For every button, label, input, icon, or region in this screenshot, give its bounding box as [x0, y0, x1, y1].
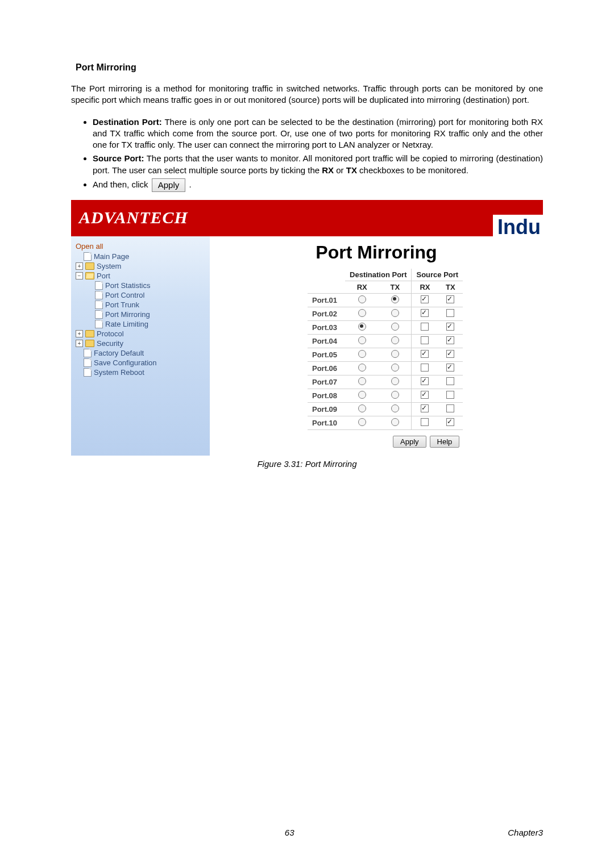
- rx-bold: RX: [322, 165, 334, 175]
- table-row: Port.05: [308, 348, 463, 362]
- port-label: Port.02: [308, 307, 345, 321]
- src-tx-cell: [438, 375, 463, 389]
- radio-input[interactable]: [391, 336, 399, 344]
- radio-input[interactable]: [391, 295, 399, 303]
- radio-input[interactable]: [391, 364, 399, 372]
- radio-input[interactable]: [358, 336, 366, 344]
- col-src-rx: RX: [412, 281, 438, 294]
- help-button[interactable]: Help: [430, 436, 460, 448]
- tree-system[interactable]: + System: [76, 261, 206, 271]
- checkbox-input[interactable]: [446, 309, 454, 317]
- bullet-source-port: Source Port: The ports that the user wan…: [93, 153, 543, 176]
- checkbox-input[interactable]: [421, 404, 429, 412]
- page-icon: [95, 281, 103, 290]
- src-tx-cell: [438, 389, 463, 403]
- apply-button[interactable]: Apply: [393, 436, 426, 448]
- tree-label: Port Control: [105, 291, 144, 299]
- checkbox-input[interactable]: [446, 391, 454, 399]
- radio-input[interactable]: [358, 418, 366, 426]
- expand-icon[interactable]: +: [76, 262, 83, 270]
- checkbox-input[interactable]: [446, 295, 454, 303]
- checkbox-input[interactable]: [421, 336, 429, 344]
- src-tx-cell: [438, 294, 463, 307]
- radio-input[interactable]: [391, 309, 399, 317]
- radio-input[interactable]: [358, 377, 366, 385]
- tree-label: Save Configuration: [94, 358, 157, 367]
- expand-icon[interactable]: +: [76, 340, 83, 347]
- radio-input[interactable]: [391, 350, 399, 358]
- checkbox-input[interactable]: [446, 336, 454, 344]
- tree-factory-default[interactable]: Factory Default: [76, 348, 206, 358]
- checkbox-input[interactable]: [421, 364, 429, 372]
- radio-input[interactable]: [358, 404, 366, 412]
- bullet-text: .: [186, 180, 191, 189]
- tree-port-child[interactable]: Port Trunk: [76, 300, 206, 310]
- checkbox-input[interactable]: [446, 418, 454, 426]
- src-rx-cell: [412, 335, 438, 348]
- tree-label: Protocol: [97, 329, 124, 338]
- src-rx-cell: [412, 362, 438, 375]
- radio-input[interactable]: [358, 323, 366, 331]
- dest-rx-cell: [345, 307, 379, 321]
- src-tx-cell: [438, 348, 463, 362]
- dest-tx-cell: [379, 321, 412, 335]
- brand-logo: ADVANTECH: [79, 208, 188, 227]
- tree-port-child[interactable]: Port Control: [76, 290, 206, 300]
- src-tx-cell: [438, 416, 463, 430]
- dest-rx-cell: [345, 294, 379, 307]
- tree-port-child[interactable]: Port Statistics: [76, 281, 206, 290]
- page-icon: [95, 310, 103, 319]
- table-row: Port.10: [308, 416, 463, 430]
- dest-tx-cell: [379, 348, 412, 362]
- tree-port-child[interactable]: Rate Limiting: [76, 319, 206, 329]
- tree-port-child[interactable]: Port Mirroring: [76, 310, 206, 319]
- dest-rx-cell: [345, 362, 379, 375]
- tree-label: Port Mirroring: [105, 310, 150, 319]
- radio-input[interactable]: [358, 309, 366, 317]
- tree-save-configuration[interactable]: Save Configuration: [76, 358, 206, 368]
- tree-label: Factory Default: [94, 349, 144, 357]
- radio-input[interactable]: [358, 364, 366, 372]
- page-icon: [84, 368, 92, 377]
- checkbox-input[interactable]: [446, 323, 454, 331]
- port-label: Port.09: [308, 403, 345, 416]
- tree-port[interactable]: − Port: [76, 271, 206, 281]
- radio-input[interactable]: [391, 377, 399, 385]
- radio-input[interactable]: [358, 391, 366, 399]
- col-dest-tx: TX: [379, 281, 412, 294]
- checkbox-input[interactable]: [421, 391, 429, 399]
- tree-system-reboot[interactable]: System Reboot: [76, 368, 206, 377]
- checkbox-input[interactable]: [421, 309, 429, 317]
- nav-sidebar: Open all Main Page + System − Port Port …: [71, 236, 210, 456]
- src-tx-cell: [438, 362, 463, 375]
- src-rx-cell: [412, 375, 438, 389]
- checkbox-input[interactable]: [446, 377, 454, 385]
- checkbox-input[interactable]: [421, 323, 429, 331]
- table-row: Port.07: [308, 375, 463, 389]
- radio-input[interactable]: [391, 323, 399, 331]
- port-label: Port.05: [308, 348, 345, 362]
- tree-main-page[interactable]: Main Page: [76, 252, 206, 261]
- radio-input[interactable]: [391, 418, 399, 426]
- checkbox-input[interactable]: [421, 418, 429, 426]
- main-content: Port Mirroring Destination Port Source P…: [210, 236, 543, 456]
- open-all-link[interactable]: Open all: [76, 242, 206, 251]
- dest-tx-cell: [379, 307, 412, 321]
- checkbox-input[interactable]: [421, 377, 429, 385]
- page-number: 63: [285, 828, 294, 837]
- checkbox-input[interactable]: [446, 404, 454, 412]
- tree-protocol[interactable]: + Protocol: [76, 329, 206, 339]
- table-row: Port.04: [308, 335, 463, 348]
- tree-security[interactable]: + Security: [76, 339, 206, 348]
- radio-input[interactable]: [358, 350, 366, 358]
- radio-input[interactable]: [358, 295, 366, 303]
- checkbox-input[interactable]: [421, 295, 429, 303]
- collapse-icon[interactable]: −: [76, 272, 83, 279]
- checkbox-input[interactable]: [446, 350, 454, 358]
- checkbox-input[interactable]: [446, 364, 454, 372]
- radio-input[interactable]: [391, 391, 399, 399]
- table-row: Port.09: [308, 403, 463, 416]
- checkbox-input[interactable]: [421, 350, 429, 358]
- radio-input[interactable]: [391, 404, 399, 412]
- expand-icon[interactable]: +: [76, 330, 83, 337]
